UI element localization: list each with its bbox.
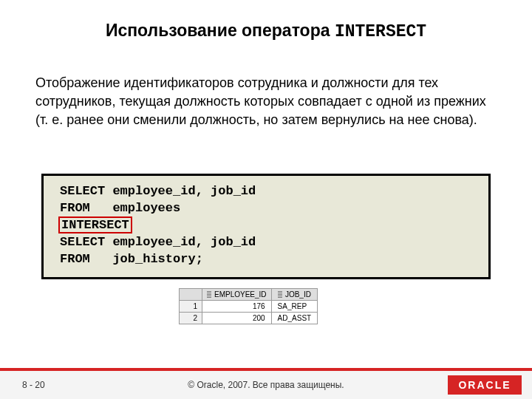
grip-icon: [207, 291, 211, 299]
code-line: FROM job_history;: [60, 252, 203, 266]
row-number: 2: [180, 313, 202, 324]
table-header-row: EMPLOYEE_ID JOB_ID: [180, 289, 318, 301]
grip-icon: [278, 291, 282, 299]
col-header-job-id: JOB_ID: [271, 289, 318, 301]
col-header-employee-id: EMPLOYEE_ID: [202, 289, 272, 301]
oracle-logo: ORACLE: [448, 375, 522, 395]
code-line: FROM employees: [60, 201, 180, 215]
cell-employee-id: 200: [202, 313, 272, 324]
rownum-header: [180, 289, 202, 301]
cell-employee-id: 176: [202, 301, 272, 313]
col-label: JOB_ID: [285, 290, 311, 299]
title-keyword: INTERSECT: [335, 22, 426, 41]
code-line: SELECT employee_id, job_id: [60, 235, 256, 249]
code-line: SELECT employee_id, job_id: [60, 184, 256, 198]
row-number: 1: [180, 301, 202, 313]
result-table: EMPLOYEE_ID JOB_ID 1 176 SA_REP 2 200 AD…: [179, 288, 318, 324]
table-row: 1 176 SA_REP: [180, 301, 318, 313]
title-text: Использование оператора: [106, 21, 335, 40]
cell-job-id: SA_REP: [271, 301, 318, 313]
footer: 8 - 20 © Oracle, 2007. Все права защищен…: [0, 371, 532, 399]
cell-job-id: AD_ASST: [271, 313, 318, 324]
table-row: 2 200 AD_ASST: [180, 313, 318, 324]
body-paragraph: Отображение идентификаторов сотрудника и…: [35, 74, 497, 130]
sql-code-block: SELECT employee_id, job_id FROM employee…: [41, 174, 491, 279]
slide: Использование оператора INTERSECT Отобра…: [0, 0, 532, 399]
col-label: EMPLOYEE_ID: [214, 290, 267, 299]
code-highlight-intersect: INTERSECT: [58, 216, 132, 233]
slide-title: Использование оператора INTERSECT: [0, 21, 532, 41]
